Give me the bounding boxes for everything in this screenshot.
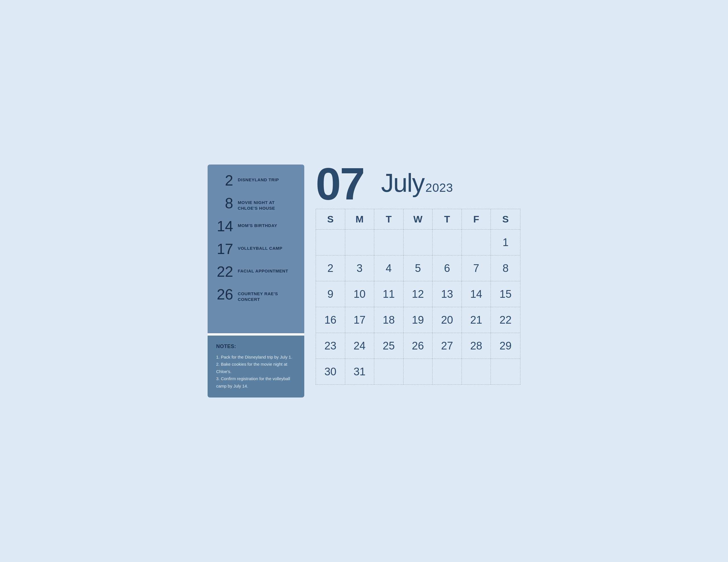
calendar-day: 24 (345, 333, 375, 358)
weekday-header: S (491, 209, 520, 229)
divider (208, 333, 304, 335)
event-day: 14 (216, 219, 233, 234)
calendar-week: 23242526272829 (316, 333, 520, 359)
event-item: 26 COURTNEY RAE'S CONCERT (216, 287, 296, 302)
calendar-day: 10 (345, 281, 375, 307)
event-day: 26 (216, 287, 233, 302)
calendar-day: 27 (433, 333, 462, 358)
event-item: 14 MOM'S BIRTHDAY (216, 219, 296, 234)
calendar-day: 19 (404, 307, 433, 333)
event-title: MOM'S BIRTHDAY (238, 219, 277, 229)
event-day: 8 (216, 196, 233, 211)
calendar-day: 25 (374, 333, 404, 358)
calendar-day (462, 359, 491, 384)
calendar-day (316, 230, 345, 255)
calendar-main: 07 July 2023 SMTWTFS 1234567891011121314… (316, 165, 520, 397)
event-item: 22 FACIAL APPOINTMENT (216, 264, 296, 279)
calendar-day: 31 (345, 359, 375, 384)
calendar-week: 3031 (316, 359, 520, 384)
weekday-header: F (462, 209, 491, 229)
calendar-day: 21 (462, 307, 491, 333)
notes-text: 1. Pack for the Disneyland trip by July … (216, 353, 296, 390)
calendar-day: 9 (316, 281, 345, 307)
calendar-week: 16171819202122 (316, 307, 520, 333)
event-title: FACIAL APPOINTMENT (238, 264, 288, 274)
event-day: 2 (216, 173, 233, 188)
event-item: 17 VOLLEYBALL CAMP (216, 242, 296, 256)
weekday-header: T (374, 209, 404, 229)
calendar-day (374, 359, 404, 384)
sidebar: 2 DISNEYLAND TRIP 8 MOVIE NIGHT AT CHLOE… (208, 165, 304, 397)
calendar-day (491, 359, 520, 384)
calendar-day: 28 (462, 333, 491, 358)
calendar-day: 8 (491, 256, 520, 281)
calendar-day: 4 (374, 256, 404, 281)
event-item: 2 DISNEYLAND TRIP (216, 173, 296, 188)
calendar-day (404, 230, 433, 255)
weekday-header: S (316, 209, 345, 229)
calendar-day (404, 359, 433, 384)
calendar-week: 2345678 (316, 256, 520, 281)
calendar-weekdays: SMTWTFS (316, 209, 520, 230)
year-label: 2023 (425, 181, 453, 195)
calendar-day (345, 230, 375, 255)
calendar-day: 20 (433, 307, 462, 333)
calendar-day: 26 (404, 333, 433, 358)
notes-panel: NOTES: 1. Pack for the Disneyland trip b… (208, 335, 304, 398)
event-item: 8 MOVIE NIGHT AT CHLOE'S HOUSE (216, 196, 296, 211)
calendar-day: 15 (491, 281, 520, 307)
month-name-block: July 2023 (381, 165, 453, 196)
events-panel: 2 DISNEYLAND TRIP 8 MOVIE NIGHT AT CHLOE… (208, 165, 304, 333)
calendar-day (433, 230, 462, 255)
calendar-day: 1 (491, 230, 520, 255)
calendar-day: 29 (491, 333, 520, 358)
event-title: COURTNEY RAE'S CONCERT (238, 287, 296, 302)
calendar-day: 30 (316, 359, 345, 384)
calendar-week: 1 (316, 230, 520, 256)
month-name: July (381, 170, 424, 196)
calendar-day: 23 (316, 333, 345, 358)
calendar-day: 14 (462, 281, 491, 307)
calendar-day: 3 (345, 256, 375, 281)
event-title: VOLLEYBALL CAMP (238, 242, 282, 251)
calendar-page: 2 DISNEYLAND TRIP 8 MOVIE NIGHT AT CHLOE… (193, 153, 535, 409)
month-number: 07 (316, 165, 364, 203)
calendar-day: 18 (374, 307, 404, 333)
calendar-day: 17 (345, 307, 375, 333)
weekday-header: T (433, 209, 462, 229)
calendar-day: 6 (433, 256, 462, 281)
calendar-day: 13 (433, 281, 462, 307)
event-day: 22 (216, 264, 233, 279)
calendar-day: 2 (316, 256, 345, 281)
notes-title: NOTES: (216, 343, 296, 349)
calendar-day: 16 (316, 307, 345, 333)
calendar-day (433, 359, 462, 384)
calendar-day: 7 (462, 256, 491, 281)
calendar-header: 07 July 2023 (316, 165, 520, 203)
calendar-weeks: 1234567891011121314151617181920212223242… (316, 230, 520, 384)
weekday-header: M (345, 209, 375, 229)
event-day: 17 (216, 242, 233, 256)
calendar-day (462, 230, 491, 255)
calendar-day (374, 230, 404, 255)
weekday-header: W (404, 209, 433, 229)
calendar-grid: SMTWTFS 12345678910111213141516171819202… (316, 209, 520, 385)
calendar-day: 12 (404, 281, 433, 307)
calendar-day: 5 (404, 256, 433, 281)
calendar-day: 22 (491, 307, 520, 333)
calendar-week: 9101112131415 (316, 281, 520, 307)
calendar-day: 11 (374, 281, 404, 307)
event-title: DISNEYLAND TRIP (238, 173, 279, 183)
event-title: MOVIE NIGHT AT CHLOE'S HOUSE (238, 196, 296, 211)
